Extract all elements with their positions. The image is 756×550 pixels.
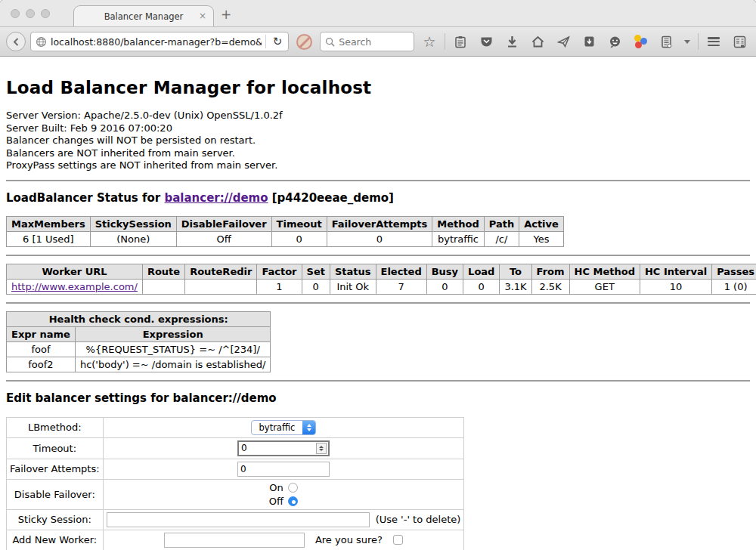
value-cell: 0 — [302, 279, 330, 294]
radio-on-label: On — [269, 482, 283, 493]
value-cell: bytraffic — [432, 231, 484, 246]
failover-attempts-label: Failover Attempts: — [7, 459, 104, 479]
page-title: Load Balancer Manager for localhost — [6, 78, 750, 97]
header-cell: Status — [330, 264, 376, 279]
value-cell: 0 — [463, 279, 500, 294]
downloads-icon[interactable] — [501, 31, 522, 52]
value-cell: 0 — [327, 231, 432, 246]
reload-icon[interactable]: ↻ — [270, 35, 286, 48]
number-spinner-icon[interactable] — [316, 443, 327, 454]
radio-on[interactable] — [288, 483, 298, 493]
content-block-icon[interactable] — [296, 34, 312, 50]
header-cell: StickySession — [90, 216, 176, 231]
lbmethod-selected-value: bytraffic — [252, 421, 303, 434]
balancer-status-table: MaxMembers StickySession DisableFailover… — [6, 216, 564, 247]
add-worker-label: Add New Worker: — [7, 530, 104, 550]
radio-off-label: Off — [269, 496, 284, 507]
expr-name-cell: foof — [7, 341, 76, 357]
header-cell: Factor — [257, 264, 302, 279]
send-icon[interactable] — [553, 31, 574, 52]
header-cell: Timeout — [271, 216, 327, 231]
home-icon[interactable] — [527, 31, 548, 52]
pocket-icon[interactable] — [476, 31, 497, 52]
lbmethod-label: LBmethod: — [7, 417, 104, 437]
value-cell: Yes — [519, 231, 564, 246]
window-minimize-button[interactable] — [26, 9, 35, 18]
toolbar-separator — [445, 33, 445, 50]
overflow-caret-icon[interactable] — [681, 31, 693, 52]
back-button[interactable] — [6, 32, 26, 51]
worker-url-link[interactable]: http://www.example.com/ — [11, 281, 138, 292]
table-header-row: Expr name Expression — [7, 326, 271, 341]
table-caption-row: Health check cond. expressions: — [7, 311, 271, 326]
health-check-table: Health check cond. expressions: Expr nam… — [6, 311, 271, 372]
save-to-device-icon[interactable] — [578, 31, 600, 52]
tab-close-icon[interactable]: × — [199, 11, 206, 21]
sticky-session-input[interactable] — [107, 512, 370, 527]
lbmethod-select[interactable]: bytraffic — [251, 420, 317, 435]
form-row-failover: Failover Attempts: — [7, 459, 464, 479]
header-cell: DisableFailover — [176, 216, 271, 231]
value-cell — [185, 279, 257, 294]
notes-list-icon[interactable] — [655, 31, 677, 52]
table-header-row: MaxMembers StickySession DisableFailover… — [7, 216, 564, 231]
tab-balancer-manager[interactable]: Balancer Manager × — [73, 5, 214, 26]
header-cell: Active — [519, 216, 564, 231]
value-cell: 2.5K — [531, 279, 569, 294]
edit-settings-heading: Edit balancer settings for balancer://de… — [6, 391, 750, 405]
back-arrow-icon — [11, 37, 21, 47]
window-zoom-button[interactable] — [41, 9, 50, 18]
bookmark-star-icon[interactable]: ☆ — [419, 31, 440, 52]
health-expr-row: foof2 hc('body') =~ /domain is establish… — [7, 357, 271, 372]
header-cell: Busy — [426, 264, 463, 279]
health-expr-row: foof %{REQUEST_STATUS} =~ /^[234]/ — [7, 341, 271, 357]
value-cell: 6 [1 Used] — [7, 231, 91, 246]
window-close-button[interactable] — [11, 9, 20, 18]
radio-off[interactable] — [288, 496, 298, 506]
header-cell: MaxMembers — [7, 216, 91, 231]
header-cell: Worker URL — [7, 264, 143, 279]
navigation-toolbar: localhost:8880/balancer-manager?b=demo&n… — [0, 26, 756, 57]
are-you-sure-checkbox[interactable] — [393, 535, 403, 545]
value-cell: 0 — [426, 279, 463, 294]
expr-name-cell: foof2 — [7, 357, 76, 372]
form-row-lbmethod: LBmethod: bytraffic — [7, 417, 464, 437]
menu-hamburger-icon[interactable] — [703, 31, 724, 52]
url-bar[interactable]: localhost:8880/balancer-manager?b=demo&n… — [30, 32, 289, 51]
header-cell: To — [500, 264, 531, 279]
site-identity-globe-icon[interactable] — [36, 36, 47, 48]
url-text[interactable]: localhost:8880/balancer-manager?b=demo&n… — [51, 36, 262, 48]
table-header-row: Worker URL Route RouteRedir Factor Set S… — [7, 264, 756, 279]
value-cell: GET — [569, 279, 640, 294]
feedback-smiley-icon[interactable] — [604, 31, 625, 52]
worker-row: http://www.example.com/ 1 0 Init Ok 7 0 … — [7, 279, 756, 294]
header-cell: HC Method — [569, 264, 640, 279]
search-bar[interactable] — [320, 32, 414, 51]
value-cell: Init Ok — [330, 279, 376, 294]
value-cell: 10 — [640, 279, 711, 294]
failover-attempts-input[interactable] — [237, 462, 330, 477]
sticky-session-label: Sticky Session: — [7, 509, 104, 530]
server-built-line: Server Built: Feb 9 2016 07:00:20 — [6, 122, 750, 135]
value-cell: /c/ — [484, 231, 519, 246]
section-divider — [6, 302, 750, 304]
bookmarks-clipboard-icon[interactable] — [450, 31, 471, 52]
colored-dots-extension-icon[interactable] — [630, 31, 651, 52]
toolbar-separator — [698, 33, 699, 50]
tab-groups-grid-icon[interactable] — [729, 31, 750, 52]
disable-failover-label: Disable Failover: — [7, 479, 104, 509]
value-cell: 0 — [271, 231, 327, 246]
edit-balancer-form: LBmethod: bytraffic Timeout: 0 — [6, 417, 464, 550]
value-cell: 3.1K — [500, 279, 531, 294]
note-line: Balancers are NOT inherited from main se… — [6, 147, 750, 160]
header-cell: HC Interval — [640, 264, 711, 279]
header-cell: Elected — [376, 264, 426, 279]
header-cell: Load — [463, 264, 500, 279]
add-worker-input[interactable] — [164, 533, 305, 548]
search-icon — [325, 37, 335, 47]
balancer-demo-link[interactable]: balancer://demo — [164, 191, 268, 205]
search-input[interactable] — [339, 36, 409, 48]
window-controls — [11, 9, 50, 18]
timeout-input[interactable]: 0 — [237, 440, 330, 456]
new-tab-button[interactable]: + — [221, 7, 231, 22]
